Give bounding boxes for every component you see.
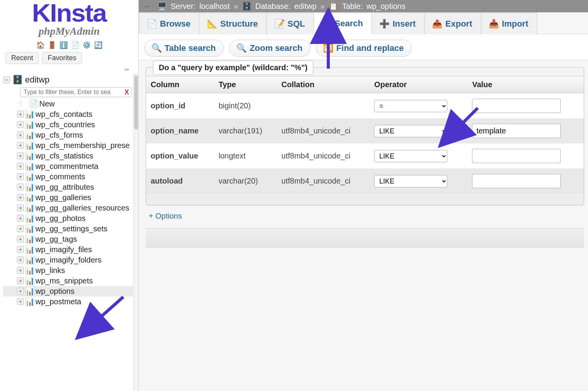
recent-button[interactable]: Recent — [5, 52, 39, 64]
criteria-row: option_valuelongtextutf8mb4_unicode_ciLI… — [146, 143, 584, 169]
bc-table-value[interactable]: wp_options — [366, 2, 405, 11]
tree-table-row[interactable]: +📊wp_comments — [3, 172, 138, 182]
expand-table-icon[interactable]: + — [17, 111, 24, 118]
tree-table-row[interactable]: +📊wp_cfs_statistics — [3, 151, 138, 161]
th-type: Type — [214, 76, 277, 93]
reload-icon[interactable]: 🔄 — [94, 41, 102, 49]
criteria-column-name: option_value — [146, 143, 214, 169]
table-name-label: wp_cfs_contacts — [35, 110, 92, 119]
settings-icon[interactable]: ⚙️ — [83, 41, 91, 49]
tree-table-row[interactable]: +📊wp_commentmeta — [3, 161, 138, 172]
tab-import-label: Import — [502, 19, 528, 29]
tree-table-row[interactable]: +📊wp_cfs_countries — [3, 120, 138, 130]
sidebar-scrollbar-thumb[interactable] — [134, 76, 138, 130]
expand-table-icon[interactable]: + — [17, 121, 24, 128]
expand-table-icon[interactable]: + — [17, 204, 24, 211]
table-name-label: wp_cfs_statistics — [35, 152, 93, 160]
tab-insert[interactable]: ➕ Insert — [371, 13, 425, 34]
expand-table-icon[interactable]: + — [17, 163, 24, 170]
table-icon: 📊 — [26, 267, 33, 274]
tree-table-row[interactable]: +📊wp_gg_settings_sets — [3, 224, 138, 234]
browse-icon: 📄 — [148, 20, 156, 28]
back-button[interactable]: ← — [143, 2, 153, 11]
search-icon: 🔍 — [152, 44, 161, 52]
sub-tab-find-replace[interactable]: 🔁 Find and replace — [316, 40, 412, 57]
expand-table-icon[interactable]: + — [17, 142, 24, 149]
bc-server-value[interactable]: localhost — [199, 2, 230, 11]
sidebar-scrollbar[interactable] — [133, 73, 138, 391]
expand-table-icon[interactable]: + — [17, 225, 24, 232]
favorites-button[interactable]: Favorites — [42, 52, 82, 64]
expand-table-icon[interactable]: + — [17, 215, 24, 222]
tree-table-row[interactable]: +📊wp_links — [3, 265, 138, 276]
tree-table-row[interactable]: +📊wp_ms_snippets — [3, 276, 138, 286]
tab-export[interactable]: 📤 Export — [424, 13, 481, 34]
table-name-label: wp_cfs_membership_prese — [35, 141, 130, 150]
expand-table-icon[interactable]: + — [17, 298, 24, 305]
tab-structure[interactable]: 📐 Structure — [199, 13, 267, 34]
tree-database-node[interactable]: − 🗄️ editwp — [3, 74, 138, 86]
expand-table-icon[interactable]: + — [17, 173, 24, 180]
tree-table-row[interactable]: +📊wp_gg_attributes — [3, 182, 138, 192]
table-icon: 📊 — [26, 163, 33, 170]
tab-sql[interactable]: 📝 SQL — [266, 13, 314, 34]
sub-tab-zoom-search-label: Zoom search — [250, 43, 302, 53]
options-toggle-link[interactable]: + Options — [146, 206, 185, 227]
tree-table-row[interactable]: +📊wp_options — [3, 286, 138, 297]
home-icon[interactable]: 🏠 — [37, 41, 44, 49]
logout-icon[interactable]: 🚪 — [48, 41, 56, 49]
tree-table-row[interactable]: +📊wp_cfs_membership_prese — [3, 140, 138, 151]
docs-icon[interactable]: ℹ️ — [60, 41, 67, 49]
value-input[interactable] — [472, 174, 561, 188]
table-name-label: wp_gg_settings_sets — [35, 224, 108, 233]
expand-table-icon[interactable]: + — [17, 152, 24, 159]
tree-table-row[interactable]: +📊wp_gg_galleries_resources — [3, 203, 138, 213]
tab-import[interactable]: 📥 Import — [481, 13, 537, 34]
sub-tab-find-replace-label: Find and replace — [336, 43, 404, 53]
operator-select[interactable]: LIKE — [374, 175, 447, 187]
expand-table-icon[interactable]: + — [17, 267, 24, 274]
expand-table-icon[interactable]: + — [17, 256, 24, 263]
table-filter-input[interactable] — [20, 87, 131, 97]
expand-table-icon[interactable]: + — [17, 236, 24, 243]
collapse-db-icon[interactable]: − — [3, 76, 10, 83]
tree-table-row[interactable]: +📊wp_gg_photos — [3, 213, 138, 224]
export-icon: 📤 — [433, 20, 442, 28]
tab-search[interactable]: 🔍 Search — [314, 13, 372, 34]
table-name-label: wp_gg_tags — [35, 235, 77, 244]
clear-filter-icon[interactable]: X — [124, 88, 129, 96]
sql-window-icon[interactable]: 📄 — [71, 41, 79, 49]
tree-table-row[interactable]: +📊wp_gg_galleries — [3, 192, 138, 203]
tree-table-row[interactable]: +📊wp_imagify_files — [3, 244, 138, 255]
bc-db-value[interactable]: editwp — [294, 2, 317, 11]
operator-select[interactable]: LIKE — [374, 125, 447, 137]
expand-table-icon[interactable]: + — [17, 277, 24, 284]
expand-table-icon[interactable]: + — [17, 184, 24, 190]
criteria-collation — [277, 93, 370, 119]
sub-tab-table-search[interactable]: 🔍 Table search — [144, 40, 224, 57]
tree-table-row[interactable]: +📊wp_cfs_contacts — [3, 109, 138, 120]
panel-legend: Do a "query by example" (wildcard: "%") — [153, 61, 313, 75]
value-input[interactable] — [472, 99, 561, 113]
bc-db-label: Database: — [255, 2, 291, 11]
expand-table-icon[interactable]: + — [17, 288, 24, 295]
tree-table-row[interactable]: +📊wp_postmeta — [3, 297, 138, 307]
bc-server-label: Server: — [171, 2, 195, 11]
sub-tab-zoom-search[interactable]: 🔍 Zoom search — [229, 40, 311, 57]
operator-select[interactable]: LIKE — [374, 150, 447, 162]
value-input[interactable] — [472, 149, 561, 163]
expand-table-icon[interactable]: + — [17, 131, 24, 138]
tree-table-row[interactable]: +📊wp_cfs_forms — [3, 130, 138, 140]
tab-browse[interactable]: 📄 Browse — [139, 13, 199, 34]
collapse-sidebar-icon[interactable]: ⇔ — [0, 64, 138, 73]
tree-new-table[interactable]: 📄 New — [3, 99, 138, 109]
criteria-row: option_namevarchar(191)utf8mb4_unicode_c… — [146, 118, 584, 143]
tree-table-row[interactable]: +📊wp_imagify_folders — [3, 255, 138, 265]
operator-select[interactable]: = — [374, 100, 447, 112]
table-icon: 📋 — [329, 2, 338, 11]
expand-table-icon[interactable]: + — [17, 246, 24, 253]
tree-table-row[interactable]: +📊wp_gg_tags — [3, 234, 138, 244]
table-name-label: wp_gg_galleries_resources — [35, 204, 129, 212]
value-input[interactable] — [472, 124, 561, 138]
expand-table-icon[interactable]: + — [17, 194, 24, 201]
